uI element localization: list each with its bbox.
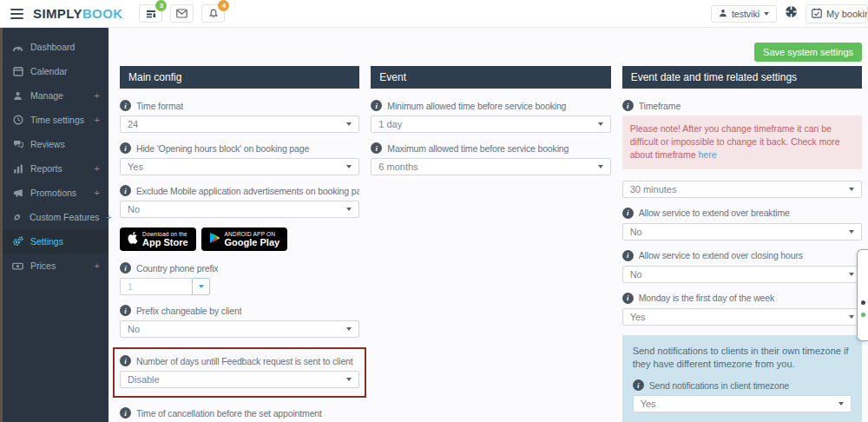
select-value: No: [128, 204, 140, 214]
select-value: No: [630, 269, 642, 280]
field-send-notifications-client-tz: i Send notifications in client timezone …: [633, 379, 852, 412]
timeframe-select[interactable]: 30 minutes: [622, 181, 862, 198]
sidebar-item-promotions[interactable]: Promotions +: [0, 181, 108, 205]
globe-button[interactable]: [785, 5, 798, 22]
extend-over-breaktime-select[interactable]: No: [622, 223, 862, 241]
field-label: Time of cancellation before the set appo…: [136, 408, 322, 419]
sidebar-item-reviews[interactable]: Reviews: [0, 132, 108, 156]
main-config-column: Main config i Time format 24 i Hide 'Ope…: [120, 66, 359, 422]
feedback-request-days-select[interactable]: Disable: [120, 371, 359, 388]
select-value: Yes: [128, 162, 143, 172]
sidebar-item-custom-features[interactable]: Custom Features +: [0, 205, 108, 229]
field-label: Hide 'Opening hours block' on booking pa…: [136, 143, 309, 154]
sidebar-item-prices[interactable]: Prices +: [0, 254, 108, 278]
info-icon: i: [622, 100, 634, 111]
timeframe-here-link[interactable]: here: [699, 149, 717, 160]
exclude-mobile-ads-select[interactable]: No: [120, 201, 359, 218]
google-play-icon: [209, 232, 220, 247]
apple-icon: [128, 231, 138, 247]
logo-text-primary: SIMPLY: [33, 6, 82, 21]
field-label: Exclude Mobile application advertisement…: [136, 186, 359, 196]
cutoff-popup[interactable]: [857, 249, 868, 341]
megaphone-icon: [12, 188, 23, 198]
info-icon: i: [120, 142, 131, 154]
notifications-button[interactable]: 4: [201, 4, 225, 23]
select-value: 30 minutes: [630, 184, 677, 195]
info-icon: i: [371, 100, 382, 111]
extend-over-closing-hours-select[interactable]: No: [622, 266, 862, 283]
info-icon: i: [120, 305, 131, 316]
caret-down-icon: [849, 315, 854, 319]
sidebar-item-reports[interactable]: Reports +: [0, 156, 108, 181]
min-time-before-booking-select[interactable]: 1 day: [371, 115, 610, 133]
sidebar-item-time-settings[interactable]: Time settings +: [0, 108, 108, 132]
send-notifications-client-tz-select[interactable]: Yes: [633, 395, 852, 412]
caret-down-icon: [346, 327, 352, 331]
user-menu-button[interactable]: testviki: [711, 5, 777, 23]
sidebar-item-calendar[interactable]: Calendar: [0, 59, 108, 83]
caret-down-icon: [346, 122, 352, 126]
calendar-icon: [12, 66, 23, 76]
info-icon: i: [371, 142, 382, 154]
envelope-icon: [176, 9, 187, 18]
sidebar-item-manage[interactable]: Manage +: [0, 83, 108, 108]
sidebar-item-dashboard[interactable]: Dashboard: [0, 35, 108, 59]
field-prefix-changeable: i Prefix changeable by client No: [120, 305, 359, 338]
window-edge-strip: [0, 28, 3, 422]
info-icon: i: [120, 185, 131, 196]
event-datetime-column: Event date and time related settings i T…: [622, 66, 862, 422]
app-logo[interactable]: SIMPLYBOOK: [33, 6, 122, 21]
select-value: 1 day: [378, 119, 402, 129]
country-prefix-input[interactable]: 1: [120, 278, 192, 295]
user-icon: [719, 9, 727, 19]
caret-down-icon: [849, 188, 854, 191]
info-icon: i: [120, 355, 131, 366]
field-label: Number of days untill Feedback request i…: [136, 356, 353, 366]
field-extend-over-breaktime: i Allow service to extend over breaktime…: [622, 208, 862, 241]
prefix-changeable-select[interactable]: No: [120, 320, 359, 338]
field-country-phone-prefix: i Country phone prefix 1: [120, 262, 359, 295]
country-prefix-dropdown-button[interactable]: [192, 278, 210, 295]
max-time-before-booking-select[interactable]: 6 months: [371, 158, 610, 175]
plug-icon: [12, 212, 23, 222]
field-feedback-request-days: i Number of days untill Feedback request…: [120, 355, 359, 388]
field-min-time-before-booking: i Minimum allowed time before service bo…: [371, 100, 610, 133]
info-icon: i: [622, 208, 634, 219]
monday-first-day-select[interactable]: Yes: [622, 308, 862, 326]
manage-user-icon: [12, 91, 23, 101]
select-value: Yes: [641, 399, 656, 409]
user-name: testviki: [732, 9, 760, 19]
app-store-badge[interactable]: Download on the App Store: [120, 227, 196, 251]
news-button[interactable]: 3: [139, 4, 162, 23]
caret-down-icon: [346, 165, 352, 168]
clock-icon: [12, 115, 23, 125]
timezone-panel: Send notifications to clients in their o…: [622, 335, 862, 422]
field-label: Prefix changeable by client: [136, 306, 241, 316]
google-play-badge[interactable]: ANDROID APP ON Google Play: [201, 227, 288, 251]
popup-green-icon: [861, 313, 865, 317]
hamburger-icon[interactable]: [9, 6, 25, 22]
sidebar-item-settings[interactable]: Settings: [0, 229, 108, 254]
event-column: Event i Minimum allowed time before serv…: [371, 66, 610, 422]
messages-button[interactable]: [170, 4, 194, 23]
timeframe-warning-text: Please note! After you change timeframe …: [630, 123, 840, 160]
caret-down-icon: [849, 230, 854, 234]
select-value: No: [128, 324, 140, 334]
my-booking-site-button[interactable]: My booking sit: [806, 4, 868, 23]
caret-down-icon: [598, 165, 603, 168]
info-icon: i: [633, 379, 644, 391]
time-format-select[interactable]: 24: [120, 115, 359, 133]
field-label: Send notifications in client timezone: [649, 380, 789, 391]
select-value: Disable: [128, 374, 160, 385]
banknote-icon: [12, 261, 23, 271]
caret-down-icon: [199, 285, 204, 288]
news-icon: [146, 9, 156, 19]
top-bar: SIMPLYBOOK 3 4 testviki: [0, 0, 868, 28]
save-system-settings-button[interactable]: Save system settings: [754, 43, 862, 62]
field-max-time-before-booking: i Maximum allowed time before service bo…: [371, 142, 610, 175]
my-booking-site-label: My booking sit: [826, 9, 868, 19]
bell-icon: [208, 9, 219, 19]
hide-opening-hours-select[interactable]: Yes: [120, 158, 359, 175]
calendar-check-icon: [812, 8, 822, 20]
field-label: Allow service to extend over breaktime: [639, 208, 790, 218]
